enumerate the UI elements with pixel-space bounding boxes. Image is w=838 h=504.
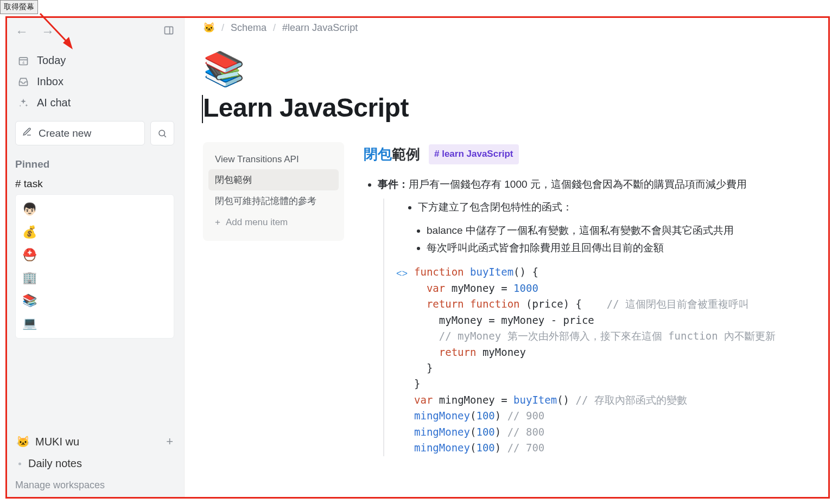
create-new-label: Create new <box>39 127 91 139</box>
svg-point-7 <box>159 130 165 136</box>
svg-text:4: 4 <box>22 60 24 65</box>
daily-notes-link[interactable]: Daily notes <box>15 452 174 475</box>
plus-icon: + <box>215 217 220 228</box>
pinned-section-label: Pinned <box>15 158 174 170</box>
breadcrumb-separator: / <box>221 22 224 34</box>
document-body: 閉包範例 # learn JavaScript 事件：用戶有一個錢包存有 100… <box>364 142 830 460</box>
create-new-button[interactable]: Create new <box>15 121 145 145</box>
nav-ai-chat[interactable]: AI chat <box>15 92 174 113</box>
nav-back-button[interactable]: ← <box>15 25 28 38</box>
page-title-text: Learn JavaScript <box>203 93 409 122</box>
breadcrumb: 🐱 / Schema / #learn JavaScript <box>203 22 830 34</box>
inbox-icon <box>17 76 29 87</box>
workspace-name: MUKI wu <box>35 436 79 448</box>
breadcrumb-separator: / <box>273 22 276 34</box>
event-text: 用戶有一個錢包存有 1000 元，這個錢包會因為不斷的購買品項而減少費用 <box>409 178 747 190</box>
pinned-item[interactable]: 👦🏻 <box>20 198 169 221</box>
section-heading: 閉包範例 # learn JavaScript <box>364 142 830 166</box>
calendar-icon: 4 <box>17 55 29 66</box>
pinned-item[interactable]: 💻 <box>20 312 169 335</box>
toggle-sidebar-icon[interactable] <box>163 25 174 38</box>
breadcrumb-tag[interactable]: #learn JavaScript <box>282 22 358 34</box>
nav-forward-button[interactable]: → <box>41 25 54 38</box>
search-button[interactable] <box>150 121 174 145</box>
list-item: 每次呼叫此函式皆會扣除費用並且回傳出目前的金額 <box>427 239 830 257</box>
sparkle-icon <box>17 98 29 109</box>
heading-link-part[interactable]: 閉包 <box>364 146 392 162</box>
nav-inbox[interactable]: Inbox <box>15 71 174 92</box>
page-title[interactable]: Learn JavaScript <box>203 93 830 123</box>
text-cursor <box>202 95 203 123</box>
breadcrumb-workspace-icon[interactable]: 🐱 <box>203 22 215 34</box>
breadcrumb-schema[interactable]: Schema <box>231 22 266 34</box>
nav-inbox-label: Inbox <box>37 75 64 88</box>
screenshot-button[interactable]: 取得螢幕 <box>0 0 38 14</box>
workspace-icon: 🐱 <box>16 435 30 448</box>
list-item: balance 中儲存了一個私有變數，這個私有變數不會與其它函式共用 <box>427 222 830 239</box>
pinned-item[interactable]: ⛑️ <box>20 244 169 266</box>
task-tag[interactable]: # task <box>15 178 174 190</box>
add-menu-item-button[interactable]: + Add menu item <box>208 212 339 233</box>
main-content: 🐱 / Schema / #learn JavaScript 📚 Learn J… <box>185 16 830 499</box>
heading-rest: 範例 <box>392 146 420 162</box>
pinned-list: 👦🏻 💰 ⛑️ 🏢 📚 💻 <box>15 194 174 339</box>
pinned-item[interactable]: 🏢 <box>20 266 169 289</box>
outline-panel: View Transitions API 閉包範例 閉包可維持記憶體的參考 + … <box>203 142 344 241</box>
outline-item[interactable]: 閉包可維持記憶體的參考 <box>208 190 339 212</box>
event-label: 事件： <box>378 178 409 190</box>
nav-ai-chat-label: AI chat <box>37 97 71 109</box>
code-block: <> function buyItem() { var myMoney = 10… <box>396 264 830 456</box>
compose-icon <box>22 127 32 139</box>
outline-item-active[interactable]: 閉包範例 <box>208 169 339 190</box>
list-item: 事件：用戶有一個錢包存有 1000 元，這個錢包會因為不斷的購買品項而減少費用 … <box>378 176 830 456</box>
nav-today-label: Today <box>37 54 66 67</box>
nav-today[interactable]: 4 Today <box>15 50 174 71</box>
page-icon[interactable]: 📚 <box>203 49 830 88</box>
pinned-item[interactable]: 📚 <box>20 289 169 312</box>
tag-chip[interactable]: # learn JavaScript <box>429 144 519 164</box>
add-workspace-button[interactable]: + <box>166 435 173 449</box>
list-item: 下方建立了包含閉包特性的函式： <box>418 199 830 216</box>
add-menu-label: Add menu item <box>226 217 288 228</box>
svg-line-8 <box>164 135 166 137</box>
code-icon: <> <box>396 264 408 456</box>
manage-workspaces-link[interactable]: Manage workspaces <box>15 480 174 491</box>
workspace-row[interactable]: 🐱 MUKI wu + <box>15 431 174 452</box>
search-icon <box>157 129 167 138</box>
code-content[interactable]: function buyItem() { var myMoney = 1000 … <box>414 264 776 456</box>
svg-rect-2 <box>165 27 173 34</box>
outline-item[interactable]: View Transitions API <box>208 150 339 169</box>
sidebar: ← → 4 Today Inbox <box>5 16 185 499</box>
pinned-item[interactable]: 💰 <box>20 221 169 244</box>
